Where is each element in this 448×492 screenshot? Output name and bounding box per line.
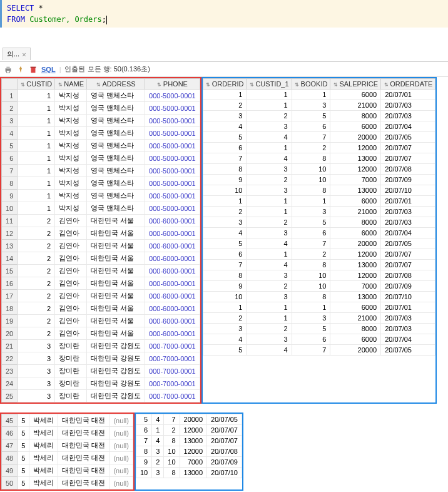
- cell-orderid: 1: [203, 90, 247, 100]
- column-header[interactable]: ⇅ORDERID: [203, 79, 247, 90]
- table-row[interactable]: 7481300020/07/07: [136, 436, 242, 446]
- table-row[interactable]: 81박지성영국 맨체스타000-5000-0001: [2, 177, 200, 190]
- table-row[interactable]: 51박지성영국 맨체스타000-5000-0001: [2, 140, 200, 152]
- table-row[interactable]: 6121200020/07/07: [203, 143, 435, 153]
- sort-icon[interactable]: ⇅: [58, 82, 63, 88]
- table-row[interactable]: 83101200020/07/08: [203, 164, 435, 175]
- column-header[interactable]: ⇅CUSTID: [18, 79, 55, 90]
- table-row[interactable]: 9210700020/07/09: [203, 281, 435, 292]
- column-header[interactable]: ⇅PHONE: [145, 79, 200, 90]
- table-row[interactable]: 243장미란대한민국 강원도000-7000-0001: [2, 377, 200, 390]
- table-row[interactable]: 436600020/07/04: [203, 228, 435, 238]
- table-row[interactable]: 10381300020/07/10: [203, 185, 435, 196]
- cell-bookid: 7: [292, 132, 330, 143]
- table-row[interactable]: 192김연아대한민국 서울000-6000-0001: [2, 315, 200, 327]
- print-icon[interactable]: [4, 65, 13, 74]
- table-row[interactable]: 9210700020/07/09: [136, 457, 242, 468]
- table-row[interactable]: 111600020/07/01: [203, 302, 435, 313]
- table-row[interactable]: 5472000020/07/05: [203, 238, 435, 249]
- customer-table[interactable]: ⇅CUSTID⇅NAME⇅ADDRESS⇅PHONE 11박지성영국 맨체스타0…: [1, 78, 200, 402]
- table-row[interactable]: 2132100020/07/03: [203, 207, 435, 217]
- column-header[interactable]: ⇅ADDRESS: [86, 79, 145, 90]
- column-header[interactable]: ⇅NAME: [55, 79, 87, 90]
- table-row[interactable]: 111600020/07/01: [203, 90, 435, 100]
- sort-icon[interactable]: ⇅: [384, 82, 389, 88]
- column-header[interactable]: ⇅SALEPRICE: [330, 79, 381, 90]
- sort-icon[interactable]: ⇅: [20, 82, 25, 88]
- table-row[interactable]: 485박세리대한민국 대전(null): [2, 452, 133, 464]
- customer-table[interactable]: 455박세리대한민국 대전(null)465박세리대한민국 대전(null)47…: [1, 414, 133, 489]
- table-row[interactable]: 223장미란대한민국 강원도000-7000-0001: [2, 352, 200, 365]
- result-tab[interactable]: 의... ×: [3, 48, 31, 60]
- table-row[interactable]: 101박지성영국 맨체스타000-5000-0001: [2, 202, 200, 215]
- sort-icon[interactable]: ⇅: [333, 82, 338, 88]
- table-row[interactable]: 325800020/07/03: [203, 324, 435, 334]
- table-row[interactable]: 475박세리대한민국 대전(null): [2, 439, 133, 452]
- table-row[interactable]: 233장미란대한민국 강원도000-7000-0001: [2, 365, 200, 377]
- cell-orderdate: 20/07/03: [381, 207, 435, 217]
- close-icon[interactable]: ×: [22, 51, 26, 58]
- table-row[interactable]: 122김연아대한민국 서울000-6000-0001: [2, 227, 200, 240]
- sort-icon[interactable]: ⇅: [96, 82, 101, 88]
- table-row[interactable]: 162김연아대한민국 서울000-6000-0001: [2, 277, 200, 290]
- sort-icon[interactable]: ⇅: [295, 82, 300, 88]
- table-row[interactable]: 253장미란대한민국 강원도000-7000-0001: [2, 390, 200, 402]
- sql-editor[interactable]: SELECT * FROM Customer, Orders;: [0, 0, 448, 28]
- table-row[interactable]: 213장미란대한민국 강원도000-7000-0001: [2, 340, 200, 352]
- table-row[interactable]: 152김연아대한민국 서울000-6000-0001: [2, 265, 200, 277]
- table-row[interactable]: 7481300020/07/07: [203, 153, 435, 164]
- table-row[interactable]: 455박세리대한민국 대전(null): [2, 414, 133, 427]
- column-header[interactable]: ⇅BOOKID: [292, 79, 330, 90]
- table-row[interactable]: 172김연아대한민국 서울000-6000-0001: [2, 290, 200, 302]
- orders-table[interactable]: ⇅ORDERID⇅CUSTID_1⇅BOOKID⇅SALEPRICE⇅ORDER…: [203, 78, 436, 356]
- table-row[interactable]: 71박지성영국 맨체스타000-5000-0001: [2, 165, 200, 177]
- table-row[interactable]: 436600020/07/04: [203, 121, 435, 132]
- table-row[interactable]: 436600020/07/04: [203, 334, 435, 345]
- table-row[interactable]: 132김연아대한민국 서울000-6000-0001: [2, 240, 200, 252]
- table-row[interactable]: 112김연아대한민국 서울000-6000-0001: [2, 215, 200, 227]
- table-row[interactable]: 9210700020/07/09: [203, 175, 435, 185]
- table-row[interactable]: 5472000020/07/05: [203, 345, 435, 356]
- table-row[interactable]: 91박지성영국 맨체스타000-5000-0001: [2, 190, 200, 202]
- pin-icon[interactable]: [16, 65, 25, 74]
- delete-icon[interactable]: [29, 65, 38, 74]
- table-row[interactable]: 7481300020/07/07: [203, 260, 435, 270]
- cell-name: 박세리: [29, 439, 58, 452]
- orders-table[interactable]: 5472000020/07/056121200020/07/0774813000…: [136, 414, 242, 478]
- table-row[interactable]: 2132100020/07/03: [203, 313, 435, 324]
- table-row[interactable]: 6121200020/07/07: [136, 425, 242, 436]
- table-row[interactable]: 325800020/07/03: [203, 111, 435, 121]
- table-row[interactable]: 465박세리대한민국 대전(null): [2, 427, 133, 439]
- cell-phone: (null): [109, 452, 133, 464]
- sql-link[interactable]: SQL: [41, 66, 56, 73]
- sort-icon[interactable]: ⇅: [157, 82, 162, 88]
- column-header[interactable]: ⇅CUSTID_1: [247, 79, 292, 90]
- table-row[interactable]: 325800020/07/03: [203, 217, 435, 228]
- sql-text: ;: [102, 15, 106, 24]
- table-row[interactable]: 21박지성영국 맨체스타000-5000-0001: [2, 102, 200, 115]
- table-row[interactable]: 11박지성영국 맨체스타000-5000-0001: [2, 90, 200, 102]
- cell-orderdate: 20/07/09: [381, 175, 435, 185]
- table-row[interactable]: 142김연아대한민국 서울000-6000-0001: [2, 252, 200, 265]
- table-row[interactable]: 111600020/07/01: [203, 196, 435, 207]
- column-header[interactable]: ⇅ORDERDATE: [381, 79, 435, 90]
- table-row[interactable]: 202김연아대한민국 서울000-6000-0001: [2, 327, 200, 340]
- table-row[interactable]: 495박세리대한민국 대전(null): [2, 464, 133, 477]
- sort-icon[interactable]: ⇅: [206, 82, 211, 88]
- cell-orderdate: 20/07/01: [381, 196, 435, 207]
- table-row[interactable]: 5472000020/07/05: [203, 132, 435, 143]
- table-row[interactable]: 61박지성영국 맨체스타000-5000-0001: [2, 152, 200, 165]
- table-row[interactable]: 182김연아대한민국 서울000-6000-0001: [2, 302, 200, 315]
- table-row[interactable]: 5472000020/07/05: [136, 414, 242, 425]
- table-row[interactable]: 10381300020/07/10: [136, 468, 242, 478]
- table-row[interactable]: 10381300020/07/10: [203, 292, 435, 302]
- table-row[interactable]: 41박지성영국 맨체스타000-5000-0001: [2, 127, 200, 140]
- sort-icon[interactable]: ⇅: [249, 82, 254, 88]
- table-row[interactable]: 83101200020/07/08: [136, 446, 242, 457]
- table-row[interactable]: 2132100020/07/03: [203, 100, 435, 111]
- table-row[interactable]: 505박세리대한민국 대전(null): [2, 477, 133, 489]
- table-row[interactable]: 83101200020/07/08: [203, 270, 435, 281]
- cell-phone: 000-5000-0001: [145, 202, 200, 215]
- table-row[interactable]: 6121200020/07/07: [203, 249, 435, 260]
- table-row[interactable]: 31박지성영국 맨체스타000-5000-0001: [2, 115, 200, 127]
